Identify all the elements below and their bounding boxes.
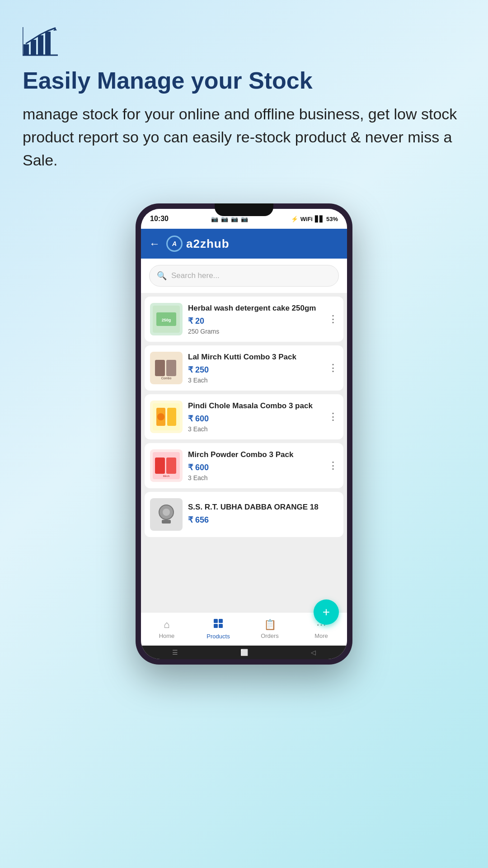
svg-rect-2 bbox=[38, 35, 43, 55]
nav-products[interactable]: Products bbox=[192, 618, 244, 640]
product-card-2[interactable]: Combo Lal Mirch Kutti Combo 3 Pack ₹ 250… bbox=[145, 345, 343, 391]
orders-label: Orders bbox=[261, 632, 279, 639]
logo-icon: A bbox=[166, 236, 183, 252]
product-price-5: ₹ 656 bbox=[188, 515, 338, 525]
product-list: 250g Herbal wash detergent cake 250gm ₹ … bbox=[141, 293, 347, 612]
status-right-icons: ⚡ WiFi ▋▋ 53% bbox=[291, 216, 338, 222]
svg-rect-27 bbox=[219, 619, 223, 623]
phone-frame: 10:30 📷 📷 📷 📷 ⚡ WiFi ▋▋ 53% ← A bbox=[136, 203, 352, 665]
phone-screen: 10:30 📷 📷 📷 📷 ⚡ WiFi ▋▋ 53% ← A bbox=[141, 209, 347, 659]
product-unit-4: 3 Each bbox=[188, 474, 338, 481]
phone-mockup: 10:30 📷 📷 📷 📷 ⚡ WiFi ▋▋ 53% ← A bbox=[0, 203, 488, 665]
search-container: 🔍 Search here... bbox=[141, 259, 347, 293]
product-name-4: Mirch Powder Combo 3 Pack bbox=[188, 450, 338, 460]
svg-point-24 bbox=[163, 509, 170, 516]
sub-text: manage stock for your online and offline… bbox=[23, 103, 465, 172]
wifi-icon: WiFi bbox=[300, 216, 313, 222]
product-menu-1[interactable]: ⋮ bbox=[328, 313, 338, 325]
chart-icon bbox=[23, 27, 59, 59]
nav-orders[interactable]: 📋 Orders bbox=[244, 619, 296, 639]
product-price-2: ₹ 250 bbox=[188, 365, 338, 375]
more-label: More bbox=[314, 632, 328, 639]
products-icon bbox=[213, 618, 223, 631]
back-button-sys[interactable]: ◁ bbox=[311, 649, 316, 656]
orders-icon: 📋 bbox=[264, 619, 276, 631]
product-menu-3[interactable]: ⋮ bbox=[328, 411, 338, 423]
product-image-1: 250g bbox=[150, 303, 183, 335]
svg-text:Mirch: Mirch bbox=[163, 475, 170, 477]
product-price-3: ₹ 600 bbox=[188, 414, 338, 424]
nav-home[interactable]: ⌂ Home bbox=[141, 619, 192, 639]
main-heading: Easily Manage your Stock bbox=[23, 68, 465, 94]
svg-rect-3 bbox=[45, 32, 51, 55]
promo-section: Easily Manage your Stock manage stock fo… bbox=[0, 0, 488, 185]
svg-rect-11 bbox=[155, 360, 165, 376]
bluetooth-icon: ⚡ bbox=[291, 216, 298, 222]
camera-icon3: 📷 bbox=[231, 216, 238, 222]
svg-rect-1 bbox=[31, 40, 36, 55]
svg-rect-16 bbox=[167, 408, 176, 426]
camera-icon: 📷 bbox=[211, 216, 218, 222]
product-unit-1: 250 Grams bbox=[188, 328, 338, 335]
app-logo: A a2zhub bbox=[166, 236, 230, 252]
product-image-3 bbox=[150, 401, 183, 433]
product-info-2: Lal Mirch Kutti Combo 3 Pack ₹ 250 3 Eac… bbox=[188, 352, 338, 384]
product-name-5: S.S. R.T. UBHA DABBA ORANGE 18 bbox=[188, 502, 338, 512]
status-icons: 📷 📷 📷 📷 bbox=[211, 216, 248, 222]
product-menu-4[interactable]: ⋮ bbox=[328, 460, 338, 472]
product-name-1: Herbal wash detergent cake 250gm bbox=[188, 303, 338, 313]
battery-icon: 53% bbox=[326, 216, 338, 222]
svg-rect-0 bbox=[23, 44, 29, 55]
svg-rect-26 bbox=[214, 619, 218, 623]
svg-text:250g: 250g bbox=[162, 318, 171, 322]
search-icon: 🔍 bbox=[157, 271, 167, 281]
search-bar[interactable]: 🔍 Search here... bbox=[149, 265, 339, 287]
product-name-2: Lal Mirch Kutti Combo 3 Pack bbox=[188, 352, 338, 362]
svg-rect-19 bbox=[155, 458, 165, 474]
product-card-1[interactable]: 250g Herbal wash detergent cake 250gm ₹ … bbox=[145, 297, 343, 342]
product-card-5[interactable]: S.S. R.T. UBHA DABBA ORANGE 18 ₹ 656 bbox=[145, 492, 343, 537]
camera-icon2: 📷 bbox=[221, 216, 228, 222]
product-info-4: Mirch Powder Combo 3 Pack ₹ 600 3 Each bbox=[188, 450, 338, 481]
product-card-4[interactable]: Mirch Mirch Powder Combo 3 Pack ₹ 600 3 … bbox=[145, 443, 343, 488]
svg-rect-29 bbox=[219, 624, 223, 628]
product-card-3[interactable]: Pindi Chole Masala Combo 3 pack ₹ 600 3 … bbox=[145, 394, 343, 439]
app-header: ← A a2zhub bbox=[141, 229, 347, 259]
camera-icon4: 📷 bbox=[241, 216, 248, 222]
home-button[interactable]: ⬜ bbox=[240, 649, 248, 656]
product-info-1: Herbal wash detergent cake 250gm ₹ 20 25… bbox=[188, 303, 338, 335]
home-label: Home bbox=[159, 632, 175, 639]
status-time: 10:30 bbox=[150, 215, 169, 223]
menu-button[interactable]: ☰ bbox=[172, 649, 178, 656]
product-image-5 bbox=[150, 498, 183, 531]
svg-rect-28 bbox=[214, 624, 218, 628]
back-button[interactable]: ← bbox=[149, 237, 160, 250]
phone-notch bbox=[215, 203, 273, 216]
product-info-5: S.S. R.T. UBHA DABBA ORANGE 18 ₹ 656 bbox=[188, 502, 338, 527]
app-name: a2zhub bbox=[186, 237, 230, 251]
home-icon: ⌂ bbox=[164, 619, 169, 631]
svg-rect-12 bbox=[166, 360, 176, 376]
svg-point-17 bbox=[157, 413, 164, 420]
product-image-4: Mirch bbox=[150, 449, 183, 482]
product-info-3: Pindi Chole Masala Combo 3 pack ₹ 600 3 … bbox=[188, 401, 338, 433]
product-unit-2: 3 Each bbox=[188, 377, 338, 384]
svg-rect-20 bbox=[166, 458, 176, 474]
product-price-4: ₹ 600 bbox=[188, 462, 338, 472]
signal-icon: ▋▋ bbox=[315, 216, 324, 222]
product-menu-2[interactable]: ⋮ bbox=[328, 362, 338, 374]
svg-rect-25 bbox=[162, 520, 171, 524]
products-label: Products bbox=[206, 633, 230, 640]
phone-system-nav: ☰ ⬜ ◁ bbox=[141, 646, 347, 659]
product-name-3: Pindi Chole Masala Combo 3 pack bbox=[188, 401, 338, 411]
add-product-fab[interactable]: + bbox=[314, 599, 339, 625]
product-price-1: ₹ 20 bbox=[188, 316, 338, 326]
product-image-2: Combo bbox=[150, 352, 183, 384]
svg-text:Combo: Combo bbox=[161, 377, 172, 380]
product-unit-3: 3 Each bbox=[188, 425, 338, 433]
search-input[interactable]: Search here... bbox=[171, 271, 220, 280]
